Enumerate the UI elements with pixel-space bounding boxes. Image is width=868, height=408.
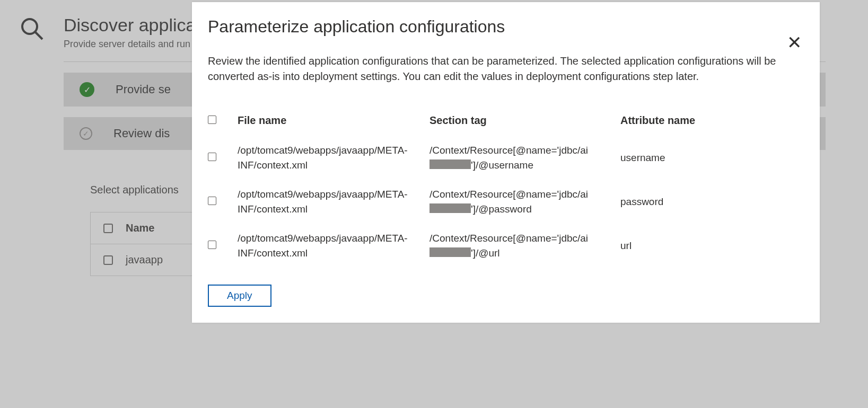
file-name-header: File name <box>238 113 429 128</box>
section-tag-header: Section tag <box>429 113 620 128</box>
select-all-checkbox[interactable] <box>208 116 216 124</box>
section-tag-cell: /Context/Resource[@name='jdbc/ai']/@user… <box>429 143 620 172</box>
attribute-name-header: Attribute name <box>620 113 779 128</box>
row-checkbox[interactable] <box>208 153 216 161</box>
redacted-block <box>429 203 471 213</box>
config-table: File name Section tag Attribute name /op… <box>208 113 804 260</box>
file-name-cell: /opt/tomcat9/webapps/javaapp/META-INF/co… <box>238 231 429 260</box>
row-checkbox[interactable] <box>208 241 216 249</box>
config-row: /opt/tomcat9/webapps/javaapp/META-INF/co… <box>208 143 804 172</box>
config-row: /opt/tomcat9/webapps/javaapp/META-INF/co… <box>208 187 804 216</box>
modal-title: Parameterize application configurations <box>208 17 804 37</box>
redacted-block <box>429 159 471 169</box>
modal-description: Review the identified application config… <box>208 54 786 84</box>
attribute-name-cell: username <box>620 150 779 165</box>
apply-button[interactable]: Apply <box>208 285 271 307</box>
attribute-name-cell: password <box>620 194 779 209</box>
row-checkbox[interactable] <box>208 197 216 205</box>
attribute-name-cell: url <box>620 238 779 253</box>
close-icon[interactable]: ✕ <box>785 33 804 52</box>
file-name-cell: /opt/tomcat9/webapps/javaapp/META-INF/co… <box>238 187 429 216</box>
section-tag-cell: /Context/Resource[@name='jdbc/ai']/@url <box>429 231 620 260</box>
section-tag-cell: /Context/Resource[@name='jdbc/ai']/@pass… <box>429 187 620 216</box>
config-table-header: File name Section tag Attribute name <box>208 113 804 128</box>
file-name-cell: /opt/tomcat9/webapps/javaapp/META-INF/co… <box>238 143 429 172</box>
redacted-block <box>429 247 471 257</box>
config-row: /opt/tomcat9/webapps/javaapp/META-INF/co… <box>208 231 804 260</box>
parameterize-modal: Parameterize application configurations … <box>192 2 820 323</box>
